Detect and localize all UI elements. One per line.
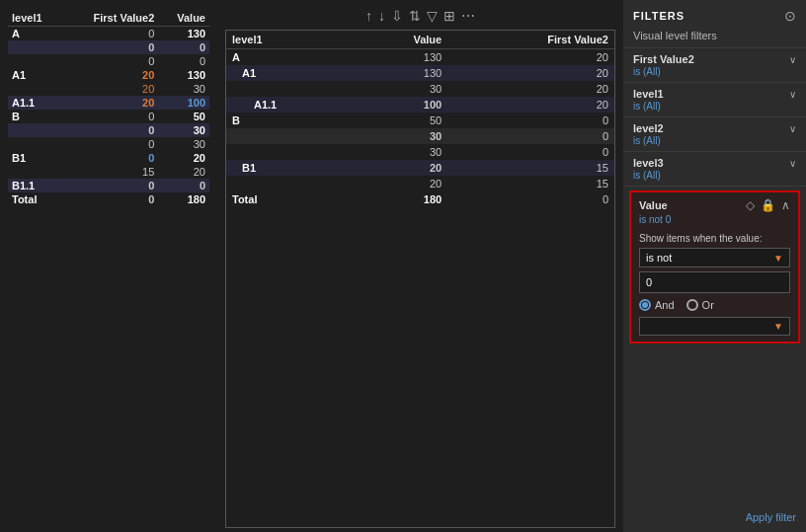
toolbar: ↑ ↓ ⇩ ⇅ ▽ ⊞ ⋯ xyxy=(225,4,615,30)
filter-name-value: Value xyxy=(639,199,668,211)
sort-asc-icon[interactable]: ↑ xyxy=(365,8,372,24)
cell-level: A1 xyxy=(226,65,356,81)
grid-icon[interactable]: ⊞ xyxy=(443,8,455,24)
filters-settings-icon[interactable]: ⊙ xyxy=(784,8,796,24)
cell-col2: 30 xyxy=(158,123,209,137)
filter-icon[interactable]: ▽ xyxy=(427,8,438,24)
filter-item-value-active[interactable]: Value ◇ 🔒 ∧ is not 0 Show items when the… xyxy=(629,190,800,343)
cell-col2: 100 xyxy=(158,96,209,110)
filter-item-firstvalue2[interactable]: First Value2 ∨ is (All) xyxy=(623,47,806,82)
filter-value-level2: is (All) xyxy=(633,135,796,146)
cell-level xyxy=(226,176,356,191)
cell-col1: 0 xyxy=(61,123,158,137)
filter-active-desc-row: is not 0 xyxy=(639,214,790,225)
dropdown-arrow2-icon: ▼ xyxy=(773,321,783,332)
table-row: B1 0 20 xyxy=(8,151,209,165)
radio-and-inner xyxy=(642,302,648,308)
cell-col1: 15 xyxy=(61,165,158,179)
filter-item-level1[interactable]: level1 ∨ is (All) xyxy=(623,82,806,116)
cell-fv2: 0 xyxy=(447,144,614,160)
filter-active-description: is not 0 xyxy=(639,214,671,225)
lock-icon[interactable]: 🔒 xyxy=(761,198,775,212)
cell-level: A1.1 xyxy=(8,96,61,110)
cell-level xyxy=(8,165,61,179)
cell-col1: 20 xyxy=(61,96,158,110)
chevron-down-icon: ∨ xyxy=(789,123,796,134)
eraser-icon[interactable]: ◇ xyxy=(746,198,755,212)
cell-level: B1 xyxy=(226,160,356,176)
table-row: 30 20 xyxy=(226,81,614,97)
left-data-table: level1 First Value2 Value A 0 130 0 0 0 … xyxy=(8,10,209,206)
chevron-down-icon: ∨ xyxy=(789,158,796,169)
chevron-down-icon: ∨ xyxy=(789,89,796,100)
chevron-up-icon[interactable]: ∧ xyxy=(781,198,790,212)
cell-col1: 20 xyxy=(61,82,158,96)
radio-or-text: Or xyxy=(702,299,714,311)
table-row: A1 20 130 xyxy=(8,68,209,82)
cell-fv2: 15 xyxy=(447,176,614,191)
cell-level: Total xyxy=(8,192,61,206)
left-header-firstvalue2: First Value2 xyxy=(61,10,158,27)
filter-condition-label: is not xyxy=(646,252,672,264)
cell-col1: 0 xyxy=(61,27,158,41)
cell-level xyxy=(226,128,356,144)
table-row: A1.1 100 20 xyxy=(226,97,614,113)
table-row: B1 20 15 xyxy=(226,160,614,176)
more-icon[interactable]: ⋯ xyxy=(461,8,475,24)
filter-second-condition-dropdown[interactable]: ▼ xyxy=(639,317,790,336)
cell-col2: 0 xyxy=(158,40,209,54)
cell-level xyxy=(8,123,61,137)
apply-filter-button[interactable]: Apply filter xyxy=(746,511,796,523)
cell-level xyxy=(226,81,356,97)
filter-action-icons: ◇ 🔒 ∧ xyxy=(746,198,790,212)
radio-and-label[interactable]: And xyxy=(639,299,675,311)
cell-col2: 30 xyxy=(158,137,209,151)
cell-level: B xyxy=(8,110,61,123)
left-header-level1: level1 xyxy=(8,10,61,27)
filter-radio-group: And Or xyxy=(639,299,790,311)
filters-header: FILTERS ⊙ xyxy=(623,0,806,28)
sort-desc-icon[interactable]: ↓ xyxy=(378,8,385,24)
cell-value: 30 xyxy=(356,128,447,144)
visual-level-label: Visual level filters xyxy=(623,28,806,47)
radio-or-label[interactable]: Or xyxy=(686,299,714,311)
cell-level xyxy=(8,137,61,151)
cell-col1: 0 xyxy=(61,192,158,206)
filter-condition-dropdown[interactable]: is not ▼ xyxy=(639,248,790,267)
filters-scroll-area: First Value2 ∨ is (All) level1 ∨ is (All… xyxy=(623,47,806,502)
cell-fv2: 20 xyxy=(447,65,614,81)
cell-level: A xyxy=(226,49,356,66)
filter-item-level3[interactable]: level3 ∨ is (All) xyxy=(623,151,806,186)
cell-col1: 20 xyxy=(61,68,158,82)
dropdown-arrow-icon: ▼ xyxy=(773,253,783,264)
filter-name-level3: level3 xyxy=(633,157,664,169)
table-row: 30 0 xyxy=(226,144,614,160)
filter-name-firstvalue2: First Value2 xyxy=(633,53,694,65)
filter-value-level3: is (All) xyxy=(633,170,796,181)
swap-icon[interactable]: ⇅ xyxy=(409,8,421,24)
cell-col2: 20 xyxy=(158,165,209,179)
cell-value: 20 xyxy=(356,160,447,176)
sort-end-icon[interactable]: ⇩ xyxy=(391,8,403,24)
filter-item-level2[interactable]: level2 ∨ is (All) xyxy=(623,116,806,151)
cell-col2: 130 xyxy=(158,68,209,82)
left-header-value: Value xyxy=(158,10,209,27)
table-row: 20 30 xyxy=(8,82,209,96)
cell-level xyxy=(8,40,61,54)
table-row: 0 0 xyxy=(8,40,209,54)
table-row: B1.1 0 0 xyxy=(8,179,209,192)
cell-value: 180 xyxy=(356,191,447,207)
table-row: 30 0 xyxy=(226,128,614,144)
radio-or-circle xyxy=(686,299,698,311)
cell-col1: 0 xyxy=(61,40,158,54)
cell-col2: 30 xyxy=(158,82,209,96)
cell-level xyxy=(8,54,61,68)
filter-value-input[interactable] xyxy=(639,271,790,293)
cell-fv2: 20 xyxy=(447,81,614,97)
table-row: Total 180 0 xyxy=(226,191,614,207)
table-row: A1 130 20 xyxy=(226,65,614,81)
cell-col2: 50 xyxy=(158,110,209,123)
cell-fv2: 0 xyxy=(447,113,614,128)
radio-and-text: And xyxy=(655,299,675,311)
pivot-header-firstvalue2: First Value2 xyxy=(447,31,614,49)
